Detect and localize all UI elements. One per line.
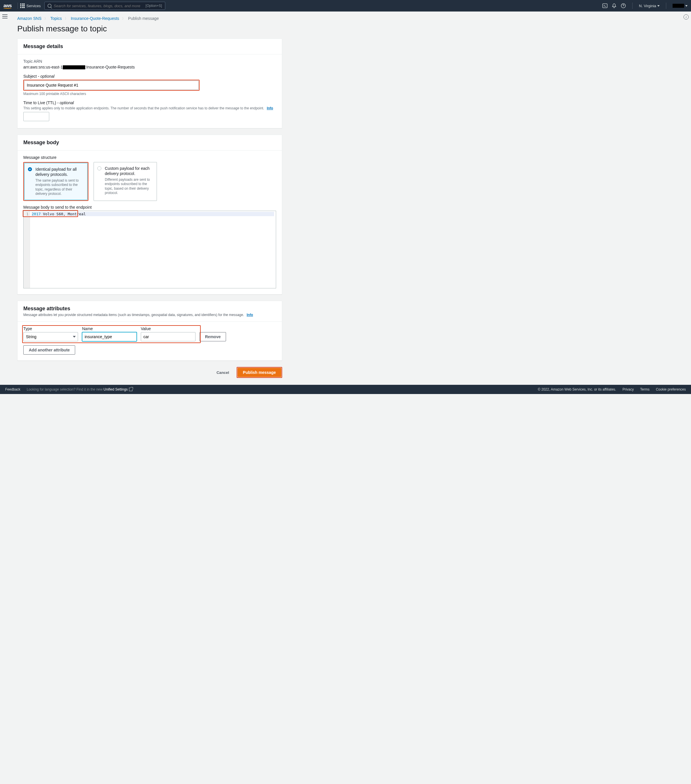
caret-down-icon bbox=[685, 5, 688, 7]
unified-settings-link[interactable]: Unified Settings bbox=[104, 387, 128, 391]
message-attributes-panel: Message attributes Message attributes le… bbox=[17, 301, 282, 361]
field-hint: Maximum 100 printable ASCII characters bbox=[23, 92, 276, 96]
breadcrumb-current: Publish message bbox=[128, 16, 159, 21]
value-label: Value bbox=[141, 326, 196, 331]
subject-input[interactable] bbox=[24, 81, 199, 90]
attr-value-col: Value bbox=[141, 326, 196, 341]
panel-title: Message details bbox=[23, 43, 276, 49]
terms-link[interactable]: Terms bbox=[640, 387, 650, 391]
region-label: N. Virginia bbox=[639, 4, 656, 8]
help-panel-toggle[interactable]: i bbox=[683, 15, 689, 20]
caret-down-icon bbox=[657, 5, 660, 7]
breadcrumb-link[interactable]: Amazon SNS bbox=[17, 16, 41, 21]
publish-message-button[interactable]: Publish message bbox=[237, 368, 281, 377]
option-title: Custom payload for each delivery protoco… bbox=[105, 166, 153, 176]
option-desc: The same payload is sent to endpoints su… bbox=[35, 178, 83, 196]
help-icon[interactable] bbox=[621, 3, 626, 8]
chevron-right-icon: 〉 bbox=[122, 16, 125, 21]
topic-arn-value: arn:aws:sns:us-east-1:Insurance-Quote-Re… bbox=[23, 65, 276, 69]
field-label: Subject - optional bbox=[23, 74, 276, 79]
ttl-field: Time to Live (TTL) - optional This setti… bbox=[23, 100, 276, 121]
type-select-wrap: String bbox=[23, 332, 78, 341]
region-selector[interactable]: N. Virginia bbox=[639, 4, 660, 8]
account-menu[interactable] bbox=[673, 4, 688, 8]
panel-title: Message attributes bbox=[23, 306, 276, 312]
nav-separator bbox=[18, 3, 18, 9]
message-body-editor-section: Message body to send to the endpoint 1 2… bbox=[23, 205, 276, 288]
attr-remove-col: Remove bbox=[200, 326, 226, 341]
attr-name-col: Name bbox=[82, 326, 137, 341]
hamburger-icon bbox=[2, 15, 8, 18]
radio-icon bbox=[97, 166, 101, 170]
type-select[interactable]: String bbox=[23, 332, 78, 341]
ttl-input[interactable] bbox=[23, 112, 49, 121]
search-shortcut: [Option+S] bbox=[146, 4, 162, 8]
services-menu[interactable]: Services bbox=[20, 3, 41, 8]
nav-right: N. Virginia bbox=[602, 3, 688, 9]
page-area: i Amazon SNS 〉 Topics 〉 Insurance-Quote-… bbox=[0, 12, 691, 385]
footer-lang-text: Looking for language selection? Find it … bbox=[27, 387, 132, 391]
page-title: Publish message to topic bbox=[17, 24, 282, 33]
structure-label: Message structure bbox=[23, 155, 276, 160]
type-label: Type bbox=[23, 326, 78, 331]
breadcrumb-link[interactable]: Insurance-Quote-Requests bbox=[71, 16, 119, 21]
info-link[interactable]: Info bbox=[267, 106, 273, 110]
name-label: Name bbox=[82, 326, 137, 331]
panel-header: Message attributes Message attributes le… bbox=[18, 301, 282, 322]
name-input[interactable] bbox=[82, 332, 137, 341]
editor-code[interactable]: 2017 Volvo S60, Montreal bbox=[30, 211, 276, 288]
attribute-row: Type String Name bbox=[23, 326, 276, 341]
global-nav: aws Services [Option+S] N. Virginia bbox=[0, 0, 691, 12]
side-nav-toggle[interactable] bbox=[2, 15, 8, 18]
global-search[interactable]: [Option+S] bbox=[45, 2, 165, 10]
nav-separator bbox=[632, 3, 633, 9]
panel-header: Message body bbox=[18, 135, 282, 150]
attr-type-col: Type String bbox=[23, 326, 78, 341]
annotation-box: Publish message bbox=[237, 367, 282, 378]
cloudshell-icon[interactable] bbox=[602, 3, 607, 8]
option-title: Identical payload for all delivery proto… bbox=[35, 166, 83, 177]
add-attribute-button[interactable]: Add another attribute bbox=[23, 345, 75, 354]
panel-desc: Message attributes let you provide struc… bbox=[23, 313, 276, 317]
account-name-redacted bbox=[673, 4, 684, 8]
feedback-link[interactable]: Feedback bbox=[5, 387, 20, 391]
annotation-box bbox=[23, 80, 200, 91]
main-content: Amazon SNS 〉 Topics 〉 Insurance-Quote-Re… bbox=[0, 12, 294, 385]
topic-arn-field: Topic ARN arn:aws:sns:us-east-1:Insuranc… bbox=[23, 59, 276, 69]
form-actions: Cancel Publish message bbox=[17, 367, 282, 378]
editor-gutter: 1 bbox=[24, 211, 30, 288]
info-icon: i bbox=[683, 15, 689, 20]
grid-icon bbox=[20, 3, 25, 8]
breadcrumb: Amazon SNS 〉 Topics 〉 Insurance-Quote-Re… bbox=[17, 16, 282, 21]
field-hint: This setting applies only to mobile appl… bbox=[23, 106, 276, 110]
subject-field: Subject - optional Maximum 100 printable… bbox=[23, 74, 276, 96]
search-input[interactable] bbox=[54, 4, 146, 8]
structure-options: Identical payload for all delivery proto… bbox=[23, 162, 276, 201]
chevron-right-icon: 〉 bbox=[45, 16, 48, 21]
breadcrumb-link[interactable]: Topics bbox=[50, 16, 62, 21]
search-icon bbox=[48, 4, 51, 8]
editor-label: Message body to send to the endpoint bbox=[23, 205, 276, 209]
field-label: Topic ARN bbox=[23, 59, 276, 64]
global-footer: Feedback Looking for language selection?… bbox=[0, 385, 691, 394]
info-link[interactable]: Info bbox=[247, 313, 253, 317]
field-label: Time to Live (TTL) - optional bbox=[23, 100, 276, 105]
panel-title: Message body bbox=[23, 140, 276, 146]
value-input[interactable] bbox=[141, 332, 196, 341]
radio-icon bbox=[28, 167, 32, 171]
privacy-link[interactable]: Privacy bbox=[622, 387, 634, 391]
panel-header: Message details bbox=[18, 39, 282, 54]
cookie-preferences-link[interactable]: Cookie preferences bbox=[656, 387, 686, 391]
copyright: © 2022, Amazon Web Services, Inc. or its… bbox=[538, 387, 616, 391]
message-body-editor[interactable]: 1 2017 Volvo S60, Montreal bbox=[23, 211, 276, 288]
aws-logo[interactable]: aws bbox=[3, 3, 12, 9]
cancel-button[interactable]: Cancel bbox=[213, 368, 233, 377]
structure-option-identical[interactable]: Identical payload for all delivery proto… bbox=[24, 163, 87, 200]
message-details-panel: Message details Topic ARN arn:aws:sns:us… bbox=[17, 39, 282, 128]
notifications-icon[interactable] bbox=[612, 3, 617, 8]
chevron-right-icon: 〉 bbox=[65, 16, 68, 21]
remove-attribute-button[interactable]: Remove bbox=[200, 332, 226, 341]
option-desc: Different payloads are sent to endpoints… bbox=[105, 178, 153, 195]
structure-option-custom[interactable]: Custom payload for each delivery protoco… bbox=[94, 162, 157, 201]
annotation-box: Identical payload for all delivery proto… bbox=[23, 162, 88, 201]
